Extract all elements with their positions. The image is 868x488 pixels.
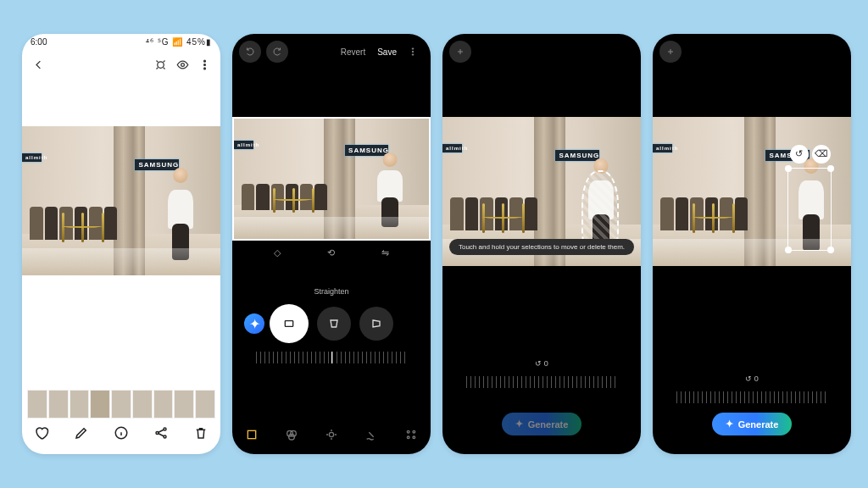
svg-point-11 bbox=[412, 54, 414, 56]
svg-point-20 bbox=[407, 436, 409, 439]
delete-button[interactable] bbox=[193, 425, 209, 444]
free-ratio-icon[interactable]: ◇ bbox=[274, 247, 281, 258]
thumbnail-strip[interactable] bbox=[27, 390, 215, 419]
photo-viewport[interactable]: allmith SAMSUNG bbox=[22, 126, 220, 275]
thumbnail[interactable] bbox=[153, 390, 174, 419]
svg-point-6 bbox=[156, 432, 159, 435]
erase-mini-button[interactable]: ⌫ bbox=[812, 145, 831, 164]
angle-readout: 0 bbox=[442, 359, 641, 368]
add-button[interactable] bbox=[449, 41, 471, 63]
share-button[interactable] bbox=[153, 425, 169, 444]
add-button[interactable] bbox=[659, 41, 682, 63]
selection-marquee[interactable] bbox=[581, 170, 619, 248]
generate-button[interactable]: Generate bbox=[502, 413, 582, 435]
svg-point-21 bbox=[413, 436, 415, 439]
svg-point-2 bbox=[203, 60, 205, 62]
undo-button[interactable] bbox=[239, 41, 261, 63]
straighten-mode-button[interactable] bbox=[270, 304, 309, 343]
svg-point-9 bbox=[412, 48, 414, 50]
svg-point-19 bbox=[413, 430, 415, 433]
edit-button[interactable] bbox=[74, 425, 89, 444]
revert-button[interactable]: Revert bbox=[341, 47, 365, 57]
angle-dial[interactable] bbox=[676, 391, 827, 403]
svg-point-3 bbox=[203, 64, 205, 65]
straighten-label: Straighten bbox=[232, 287, 431, 296]
horizontal-perspective-button[interactable] bbox=[317, 307, 351, 341]
svg-point-0 bbox=[157, 61, 164, 68]
generate-button[interactable]: Generate bbox=[712, 413, 793, 435]
draw-tab[interactable] bbox=[364, 427, 379, 442]
svg-point-16 bbox=[289, 434, 295, 440]
thumbnail[interactable] bbox=[195, 390, 215, 419]
transform-tab[interactable] bbox=[244, 427, 259, 442]
gallery-viewer-screen: 6:00 ⁴⁶ ⁵G 📶 45%▮ allmith SAMSUNG bbox=[22, 34, 220, 454]
angle-dial[interactable] bbox=[256, 352, 407, 363]
redo-button[interactable] bbox=[266, 41, 288, 63]
generative-transform-screen: Deselect allmith SAMSUNG ↺ ⌫ 0 Generate bbox=[653, 34, 851, 454]
resize-handle[interactable] bbox=[827, 165, 834, 172]
thumbnail[interactable] bbox=[90, 390, 110, 419]
more-options-icon[interactable] bbox=[193, 53, 215, 75]
visibility-icon[interactable] bbox=[171, 53, 193, 75]
adjust-tab[interactable] bbox=[324, 427, 339, 442]
gallery-top-bar bbox=[22, 50, 220, 79]
svg-point-7 bbox=[164, 428, 166, 430]
svg-rect-13 bbox=[248, 430, 256, 438]
resize-handle[interactable] bbox=[785, 165, 792, 172]
photo-viewport[interactable]: Deselect allmith SAMSUNG ↺ ⌫ bbox=[653, 117, 851, 266]
status-bar: 6:00 ⁴⁶ ⁵G 📶 45%▮ bbox=[22, 34, 220, 50]
svg-point-4 bbox=[203, 67, 205, 69]
bixby-vision-icon[interactable] bbox=[149, 53, 171, 75]
transform-mode-row: ✦ bbox=[232, 304, 431, 343]
filters-tab[interactable] bbox=[284, 427, 299, 442]
favorite-button[interactable] bbox=[34, 425, 49, 444]
hint-toast: Touch and hold your selections to move o… bbox=[449, 239, 634, 255]
undo-mini-button[interactable]: ↺ bbox=[790, 145, 809, 164]
thumbnail[interactable] bbox=[27, 390, 47, 419]
thumbnail[interactable] bbox=[111, 390, 131, 419]
flip-icon[interactable]: ⇋ bbox=[381, 247, 389, 258]
sticker-tab[interactable] bbox=[403, 427, 419, 442]
back-button[interactable] bbox=[27, 53, 49, 75]
thumbnail[interactable] bbox=[132, 390, 153, 419]
editor-tab-bar bbox=[232, 427, 431, 442]
editor-top-bar: Revert Save bbox=[232, 34, 431, 69]
rotate-icon[interactable]: ⟲ bbox=[327, 247, 335, 258]
save-button[interactable]: Save bbox=[377, 47, 397, 57]
angle-readout: 0 bbox=[653, 374, 851, 383]
aspect-tool-row: ◇ ⟲ ⇋ bbox=[251, 247, 412, 258]
store-sign: allmith bbox=[22, 153, 42, 162]
svg-point-18 bbox=[407, 430, 409, 433]
status-time: 6:00 bbox=[31, 37, 47, 47]
ai-sparkle-button[interactable]: ✦ bbox=[244, 313, 264, 334]
svg-point-8 bbox=[164, 435, 166, 438]
svg-point-17 bbox=[329, 432, 333, 436]
more-options-icon[interactable] bbox=[402, 41, 424, 63]
gallery-bottom-bar bbox=[22, 420, 220, 449]
svg-rect-12 bbox=[285, 321, 292, 327]
editor-transform-screen: Revert Save allmith SAMSUNG ◇ ⟲ ⇋ Straig… bbox=[232, 34, 431, 454]
info-button[interactable] bbox=[114, 425, 129, 444]
svg-point-1 bbox=[181, 63, 184, 66]
angle-dial[interactable] bbox=[466, 376, 617, 388]
thumbnail[interactable] bbox=[70, 390, 90, 419]
generative-select-screen: Deselect allmith SAMSUNG Touch and hold … bbox=[442, 34, 641, 454]
vertical-perspective-button[interactable] bbox=[359, 307, 393, 341]
svg-point-10 bbox=[412, 51, 414, 53]
thumbnail[interactable] bbox=[174, 390, 194, 419]
crop-frame[interactable]: allmith SAMSUNG bbox=[232, 117, 431, 241]
thumbnail[interactable] bbox=[48, 390, 69, 419]
status-indicators: ⁴⁶ ⁵G 📶 45%▮ bbox=[146, 37, 212, 47]
